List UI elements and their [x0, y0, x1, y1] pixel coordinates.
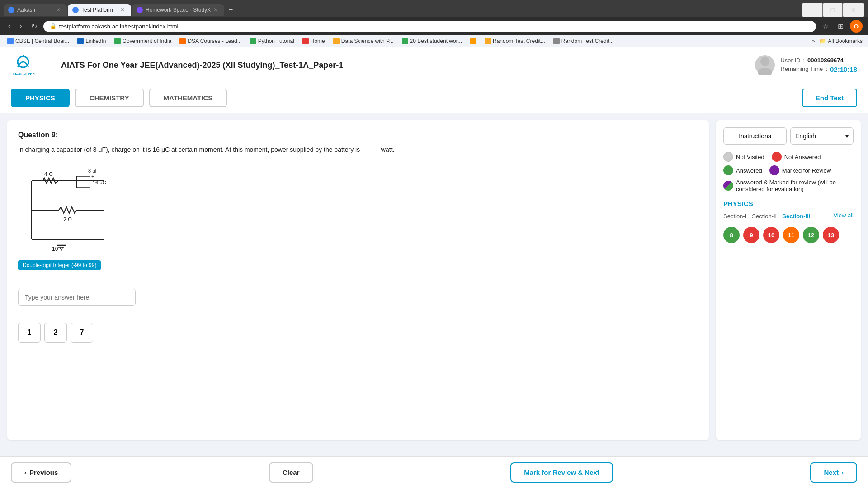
tab-mathematics[interactable]: MATHEMATICS — [149, 89, 227, 107]
question-number-11[interactable]: 11 — [783, 227, 799, 243]
bookmark-amazon[interactable] — [468, 37, 478, 45]
tab-testplatform[interactable]: Test Platform ✕ — [68, 4, 131, 16]
chevron-down-icon: ▾ — [845, 132, 849, 140]
sidebar-top: Instructions English ▾ — [723, 127, 854, 145]
question-number-10[interactable]: 10 — [763, 227, 779, 243]
bookmark-dsa[interactable]: DSA Courses - Lead... — [178, 37, 243, 45]
extensions-button[interactable]: ⊞ — [835, 21, 846, 32]
question-text: In charging a capacitor (of 8 μF), charg… — [18, 145, 698, 155]
bookmark-icon-gov — [114, 38, 121, 44]
bookmark-icon-home — [302, 38, 309, 44]
circuit-diagram: 2 Ω 4 Ω + 8 μF — [18, 163, 698, 253]
lock-icon: 🔒 — [50, 23, 57, 29]
physics-section-label: PHYSICS — [723, 200, 854, 207]
end-test-button[interactable]: End Test — [802, 89, 857, 107]
answer-type-badge: Double-digit Integer (-99 to 99) — [18, 260, 101, 270]
main-layout: Question 9: In charging a capacitor (of … — [0, 113, 868, 447]
tab-chemistry[interactable]: CHEMISTRY — [75, 89, 144, 107]
minimize-button[interactable]: ─ — [802, 3, 823, 17]
question-number-9[interactable]: 9 — [743, 227, 760, 243]
view-all-button[interactable]: View all — [833, 212, 854, 221]
reload-button[interactable]: ↻ — [28, 21, 40, 32]
bookmark-icon-datascience — [333, 38, 340, 44]
bookmark-home[interactable]: Home — [301, 37, 327, 45]
section-tab-2[interactable]: Section-II — [752, 212, 777, 221]
legend-not-answered: Not Answered — [772, 152, 821, 162]
bookmark-linkedin[interactable]: LinkedIn — [75, 37, 108, 45]
bookmark-maps[interactable]: Random Test Credit... — [483, 37, 547, 45]
bookmark-random[interactable]: Random Test Credit... — [552, 37, 616, 45]
profile-button[interactable]: O — [850, 20, 863, 33]
app-header: Medical|IIT-JEE|Foundations AIATS For On… — [0, 47, 868, 83]
bookmark-icon-dsa — [179, 38, 186, 44]
tab-bar: Aakash ✕ Test Platform ✕ Homework Space … — [0, 0, 868, 17]
bookmark-cbse[interactable]: CBSE | Central Boar... — [5, 37, 71, 45]
instructions-button[interactable]: Instructions — [723, 127, 787, 145]
address-bar[interactable]: 🔒 testplatform.aakash.ac.in/testpanel/in… — [43, 21, 816, 32]
question-number-13[interactable]: 13 — [823, 227, 839, 243]
tab-close-aakash[interactable]: ✕ — [56, 7, 61, 13]
test-title: AIATS For One Year JEE(Advanced)-2025 (X… — [61, 61, 343, 70]
legend-row-2: Answered Marked for Review — [723, 165, 854, 175]
section-tab-1[interactable]: Section-I — [723, 212, 746, 221]
user-id-label: User ID — [780, 57, 800, 64]
question-number-8[interactable]: 8 — [723, 227, 740, 243]
tab-close-testplatform[interactable]: ✕ — [120, 7, 125, 13]
bookmarks-more-button[interactable]: » — [812, 38, 815, 44]
question-number-12[interactable]: 12 — [803, 227, 819, 243]
bookmark-gov[interactable]: Government of India — [113, 37, 174, 45]
user-info: User ID : 00010869674 Remaining Time : 0… — [755, 55, 857, 75]
maximize-button[interactable]: □ — [823, 3, 843, 17]
tab-aakash[interactable]: Aakash ✕ — [4, 4, 67, 16]
legend-marked-review-label: Marked for Review — [782, 167, 831, 174]
svg-text:10 V: 10 V — [52, 246, 63, 252]
language-select[interactable]: English ▾ — [790, 127, 854, 145]
legend-answered-marked-label: Answered & Marked for review (will be co… — [736, 179, 854, 192]
numpad-key-1[interactable]: 1 — [18, 323, 41, 343]
numpad-key-2[interactable]: 2 — [44, 323, 67, 343]
bookmark-datascience[interactable]: Data Science with P... — [331, 37, 396, 45]
forward-button[interactable]: › — [17, 21, 24, 31]
aakash-logo: Medical|IIT-JEE|Foundations — [11, 53, 35, 77]
user-id-colon: : — [803, 57, 805, 64]
legend-dot-purple — [769, 165, 779, 175]
svg-text:2 Ω: 2 Ω — [63, 216, 72, 223]
logo-area: Medical|IIT-JEE|Foundations AIATS For On… — [11, 53, 343, 77]
physics-section: PHYSICS Section-I Section-II Section-III… — [723, 200, 854, 243]
legend-dot-gray — [723, 152, 733, 162]
browser-chrome: Aakash ✕ Test Platform ✕ Homework Space … — [0, 0, 868, 47]
svg-text:4 Ω: 4 Ω — [44, 171, 53, 178]
bookmark-icon-linkedin — [77, 38, 84, 44]
tab-add-button[interactable]: + — [225, 4, 236, 16]
remaining-time-value: 02:10:18 — [830, 66, 857, 73]
svg-text:Medical|IIT-JEE|Foundations: Medical|IIT-JEE|Foundations — [13, 72, 35, 76]
bookmark-star-button[interactable]: ☆ — [820, 21, 831, 32]
tab-close-homework[interactable]: ✕ — [213, 7, 218, 13]
bookmark-icon-random — [553, 38, 560, 44]
legend-answered-marked: Answered & Marked for review (will be co… — [723, 179, 854, 192]
bookmark-icon-student — [402, 38, 408, 44]
question-title: Question 9: — [18, 131, 698, 139]
bookmark-python[interactable]: Python Tutorial — [248, 37, 296, 45]
answer-input[interactable] — [18, 289, 136, 306]
window-controls: ─ □ ✕ — [802, 3, 864, 17]
bookmark-icon-cbse — [7, 38, 14, 44]
legend-not-answered-label: Not Answered — [784, 154, 821, 160]
bookmarks-bar: CBSE | Central Boar... LinkedIn Governme… — [0, 35, 868, 47]
bookmark-icon-python — [250, 38, 256, 44]
bookmark-icon-amazon — [470, 38, 476, 44]
numpad-key-7[interactable]: 7 — [71, 323, 93, 343]
legend-dot-red — [772, 152, 782, 162]
section-tab-3[interactable]: Section-III — [782, 212, 810, 221]
legend-answered-label: Answered — [736, 167, 762, 174]
legend: Not Visited Not Answered Answered Marked… — [723, 152, 854, 192]
close-button[interactable]: ✕ — [843, 3, 864, 17]
bookmark-student[interactable]: 20 Best student wor... — [400, 37, 464, 45]
tab-physics[interactable]: PHYSICS — [11, 89, 70, 107]
bookmarks-folder[interactable]: 📁 All Bookmarks — [819, 38, 863, 44]
legend-dot-green — [723, 165, 733, 175]
tab-homework[interactable]: Homework Space - StudyX ✕ — [132, 4, 224, 16]
svg-text:16 μC: 16 μC — [93, 180, 106, 185]
remaining-time-label: Remaining Time — [780, 66, 823, 73]
back-button[interactable]: ‹ — [5, 21, 13, 31]
